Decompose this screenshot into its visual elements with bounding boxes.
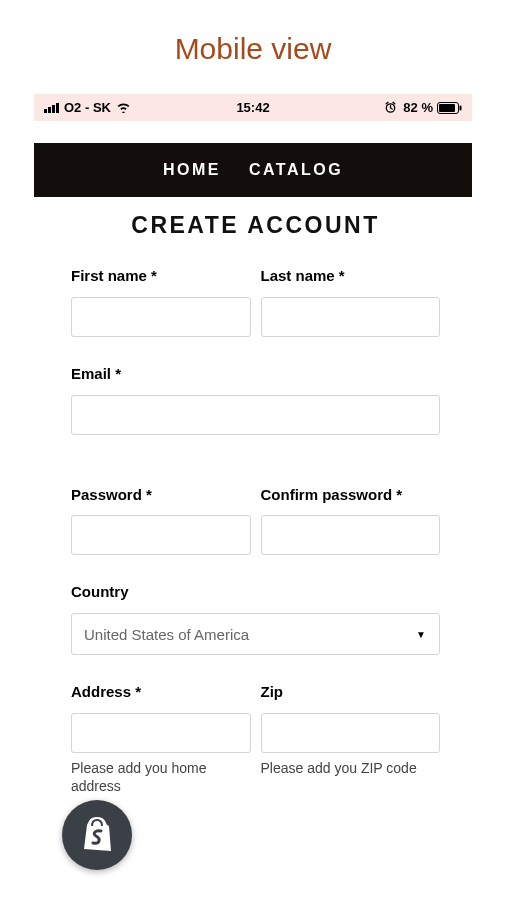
navbar: HOME CATALOG [34,143,472,197]
row-country: Country United States of America ▼ [71,583,440,655]
first-name-field[interactable] [71,297,251,337]
country-select[interactable]: United States of America [71,613,440,655]
alarm-icon [384,101,397,114]
row-name: First name * Last name * [71,267,440,337]
address-label: Address * [71,683,251,701]
address-helper: Please add you home address [71,759,251,795]
row-address-zip: Address * Please add you home address Zi… [71,683,440,795]
svg-rect-3 [460,105,462,110]
page-heading: Mobile view [0,0,506,94]
zip-label: Zip [261,683,441,701]
shopify-badge[interactable] [62,800,132,870]
zip-field[interactable] [261,713,441,753]
country-label: Country [71,583,440,601]
shopping-bag-icon [78,813,116,857]
status-right: 82 % [384,100,462,115]
svg-rect-2 [439,104,455,112]
last-name-label: Last name * [261,267,441,285]
row-password: Password * Confirm password * [71,463,440,555]
battery-icon [437,102,462,114]
group-password: Password * [71,463,251,555]
email-label: Email * [71,365,440,383]
status-time: 15:42 [236,100,269,115]
confirm-password-field[interactable] [261,515,441,555]
wifi-icon [116,102,131,113]
group-address: Address * Please add you home address [71,683,251,795]
battery-percent: 82 % [403,100,433,115]
signal-icon [44,103,59,113]
row-email: Email * [71,365,440,435]
status-bar: O2 - SK 15:42 82 % [34,94,472,121]
group-last-name: Last name * [261,267,441,337]
group-first-name: First name * [71,267,251,337]
group-country: Country United States of America ▼ [71,583,440,655]
confirm-password-label: Confirm password * [261,463,441,503]
status-left: O2 - SK [44,100,131,115]
address-field[interactable] [71,713,251,753]
last-name-field[interactable] [261,297,441,337]
carrier-label: O2 - SK [64,100,111,115]
password-field[interactable] [71,515,251,555]
form-content: CREATE ACCOUNT First name * Last name * … [34,197,472,795]
group-email: Email * [71,365,440,435]
mobile-viewport: O2 - SK 15:42 82 % HOME CATALOG CREATE A… [34,94,472,795]
zip-helper: Please add you ZIP code [261,759,441,777]
group-zip: Zip Please add you ZIP code [261,683,441,795]
nav-catalog[interactable]: CATALOG [249,161,343,179]
first-name-label: First name * [71,267,251,285]
page-title: CREATE ACCOUNT [71,212,440,239]
email-field[interactable] [71,395,440,435]
group-confirm-password: Confirm password * [261,463,441,555]
password-label: Password * [71,463,251,503]
nav-home[interactable]: HOME [163,161,221,179]
